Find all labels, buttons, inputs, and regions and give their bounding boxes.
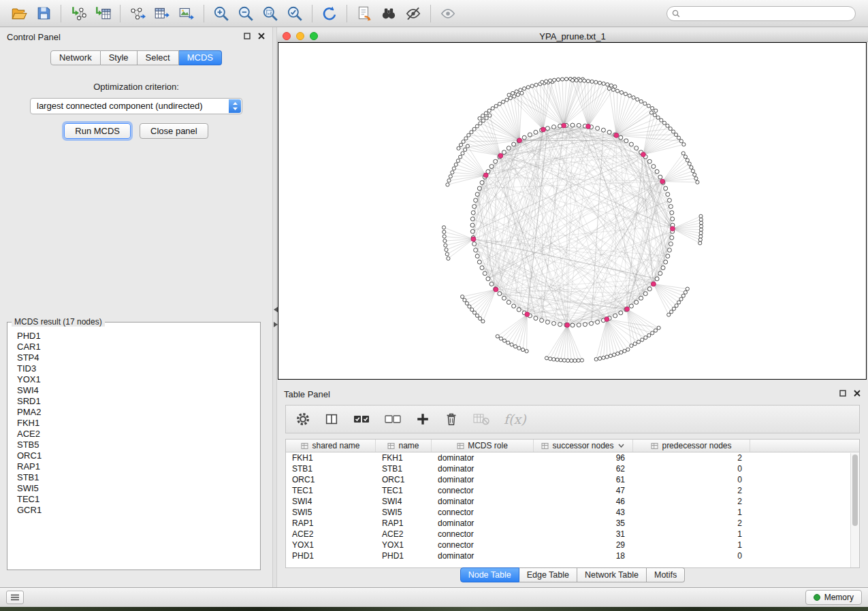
show-hide-button[interactable] — [436, 3, 460, 24]
network-canvas[interactable] — [278, 42, 867, 380]
task-history-button[interactable] — [6, 591, 24, 604]
cell-shared_name: PHD1 — [286, 551, 376, 561]
tab-network[interactable]: Network — [50, 50, 101, 65]
open-file-button[interactable] — [7, 3, 31, 24]
search-box — [666, 6, 856, 21]
column-header-predecessor-nodes[interactable]: predecessor nodes — [633, 440, 750, 452]
table-row[interactable]: YOX1YOX1connector291 — [286, 540, 859, 550]
mcds-result-item[interactable]: SWI4 — [17, 385, 259, 396]
zoom-fit-button[interactable] — [258, 3, 283, 24]
table-tab-network-table[interactable]: Network Table — [577, 567, 647, 582]
table-row[interactable]: TEC1TEC1connector472 — [286, 485, 859, 496]
delete-table-button[interactable] — [472, 412, 490, 427]
save-icon — [35, 5, 52, 22]
mcds-result-item[interactable]: FKH1 — [17, 418, 259, 429]
scrollbar-thumb[interactable] — [852, 455, 858, 526]
table-settings-button[interactable] — [295, 412, 310, 427]
cell-predecessor_nodes: 2 — [633, 518, 750, 528]
mcds-result-item[interactable]: CAR1 — [17, 342, 259, 352]
table-scrollbar[interactable] — [850, 453, 859, 567]
cell-mcds_role: dominator — [432, 464, 534, 474]
table-row[interactable]: SWI4SWI4dominator462 — [286, 496, 859, 507]
import-network-icon — [69, 5, 87, 22]
create-column-button[interactable] — [415, 412, 430, 427]
table-row[interactable]: ACE2ACE2connector311 — [286, 529, 859, 540]
mcds-result-item[interactable]: STB1 — [17, 472, 259, 483]
export-table-button[interactable] — [150, 3, 174, 24]
float-panel-icon[interactable] — [243, 32, 251, 42]
import-table-button[interactable] — [91, 3, 115, 24]
cell-name: FKH1 — [376, 453, 432, 463]
mcds-result-item[interactable]: PMA2 — [17, 407, 259, 418]
mcds-result-item[interactable]: PHD1 — [17, 331, 259, 342]
share-document-button[interactable] — [352, 3, 376, 24]
mcds-result-group: MCDS result (17 nodes) PHD1CAR1STP4TID3Y… — [7, 317, 261, 570]
close-panel-button[interactable]: Close panel — [140, 123, 208, 139]
mcds-result-item[interactable]: YOX1 — [17, 374, 259, 385]
apply-layout-button[interactable] — [317, 3, 342, 24]
float-table-panel-icon[interactable] — [839, 389, 847, 399]
cell-name: YOX1 — [376, 540, 432, 550]
tab-style[interactable]: Style — [101, 50, 138, 65]
show-columns-button[interactable] — [324, 412, 339, 427]
column-header-successor-nodes[interactable]: successor nodes — [534, 440, 633, 452]
tab-select[interactable]: Select — [138, 50, 179, 65]
mcds-result-item[interactable]: SWI5 — [17, 483, 259, 494]
deselect-all-columns-button[interactable] — [384, 412, 402, 427]
zoom-out-button[interactable] — [234, 3, 258, 24]
table-tab-node-table[interactable]: Node Table — [460, 567, 519, 582]
zoom-selected-icon — [286, 5, 304, 22]
column-header-name[interactable]: name — [376, 440, 432, 452]
delete-column-button[interactable] — [444, 412, 459, 427]
close-panel-icon[interactable] — [257, 32, 266, 42]
import-table-icon — [94, 5, 112, 22]
table-row[interactable]: STB1STB1dominator620 — [286, 463, 859, 474]
column-header-MCDS-role[interactable]: MCDS role — [432, 440, 534, 452]
table-row[interactable]: SWI5SWI5connector431 — [286, 507, 859, 518]
tab-mcds[interactable]: MCDS — [179, 50, 222, 65]
run-mcds-button[interactable]: Run MCDS — [64, 123, 131, 139]
mcds-result-item[interactable]: GCR1 — [17, 505, 259, 516]
function-builder-button[interactable]: f(x) — [504, 412, 526, 427]
column-header-shared-name[interactable]: shared name — [286, 440, 376, 452]
memory-button[interactable]: Memory — [805, 590, 862, 605]
mcds-result-item[interactable]: ACE2 — [17, 429, 259, 440]
zoom-selected-button[interactable] — [283, 3, 307, 24]
zoom-in-button[interactable] — [209, 3, 234, 24]
table-row[interactable]: FKH1FKH1dominator962 — [286, 452, 859, 463]
find-button[interactable] — [376, 3, 401, 24]
mcds-result-list[interactable]: PHD1CAR1STP4TID3YOX1SWI4SRD1PMA2FKH1ACE2… — [9, 328, 259, 568]
cell-shared_name: ORC1 — [286, 475, 376, 484]
vertical-splitter[interactable] — [272, 27, 277, 587]
cell-predecessor_nodes: 0 — [633, 551, 750, 561]
table-tab-edge-table[interactable]: Edge Table — [519, 567, 577, 582]
cell-name: RAP1 — [376, 518, 432, 528]
mcds-result-item[interactable]: RAP1 — [17, 461, 259, 472]
table-row[interactable]: ORC1ORC1dominator610 — [286, 474, 859, 485]
table-panel-header: Table Panel — [277, 384, 868, 403]
import-network-button[interactable] — [66, 3, 91, 24]
mcds-result-item[interactable]: TEC1 — [17, 494, 259, 505]
close-table-panel-icon[interactable] — [853, 389, 861, 399]
criterion-select[interactable]: largest connected component (undirected) — [30, 98, 242, 114]
select-all-columns-button[interactable] — [353, 412, 370, 427]
search-input[interactable] — [666, 6, 856, 21]
table-row[interactable]: RAP1RAP1dominator352 — [286, 518, 859, 529]
share-document-icon — [355, 5, 373, 22]
control-panel-title: Control Panel — [7, 32, 61, 42]
mcds-result-item[interactable]: STP4 — [17, 352, 259, 363]
mcds-result-item[interactable]: SRD1 — [17, 396, 259, 407]
graphics-details-button[interactable] — [401, 3, 425, 24]
zoom-fit-icon — [261, 5, 279, 22]
table-tab-motifs[interactable]: Motifs — [647, 567, 685, 582]
mcds-result-item[interactable]: STB5 — [17, 440, 259, 450]
mcds-result-item[interactable]: ORC1 — [17, 450, 259, 461]
export-image-button[interactable] — [174, 3, 199, 24]
export-network-button[interactable] — [125, 3, 150, 24]
table-row[interactable]: PHD1PHD1dominator180 — [286, 550, 859, 561]
refresh-icon — [321, 5, 338, 22]
network-window-titlebar[interactable]: YPA_prune.txt_1 — [277, 31, 868, 42]
network-graph[interactable] — [278, 43, 866, 379]
mcds-result-item[interactable]: TID3 — [17, 363, 259, 374]
save-session-button[interactable] — [31, 3, 56, 24]
